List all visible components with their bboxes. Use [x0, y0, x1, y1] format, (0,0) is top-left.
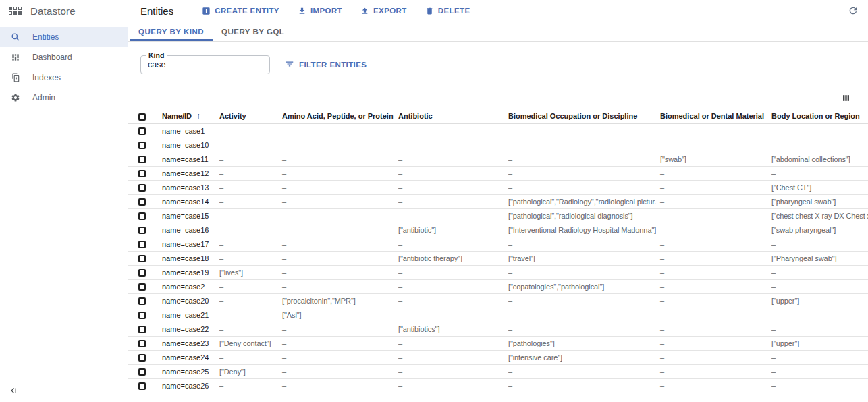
row-checkbox[interactable]: [138, 156, 146, 163]
sidebar-item-entities[interactable]: Entities: [0, 27, 128, 47]
entity-cell: –: [278, 180, 394, 194]
row-checkbox[interactable]: [138, 340, 146, 347]
entity-name[interactable]: name=case14: [158, 194, 215, 208]
row-checkbox[interactable]: [138, 255, 146, 262]
entity-cell: –: [767, 378, 868, 393]
entity-name[interactable]: name=case13: [158, 180, 215, 194]
refresh-button[interactable]: [848, 5, 859, 16]
column-header-biomedical-material[interactable]: Biomedical or Dental Material: [656, 109, 767, 123]
entity-cell: ["antibiotic therapy"]: [394, 251, 504, 265]
sidebar-item-indexes[interactable]: Indexes: [0, 67, 128, 88]
entity-cell: –: [278, 166, 394, 180]
entity-cell: –: [394, 180, 504, 194]
entity-cell: –: [767, 364, 868, 378]
entity-cell: –: [215, 180, 278, 194]
entity-cell: –: [278, 336, 394, 350]
entity-name[interactable]: name=case18: [158, 251, 215, 265]
entity-name[interactable]: name=case25: [158, 364, 215, 378]
table-row: name=case26––––––: [128, 378, 868, 393]
entity-name[interactable]: name=case26: [158, 378, 215, 393]
column-header-body-location[interactable]: Body Location or Region: [767, 109, 868, 123]
entity-name[interactable]: name=case11: [158, 152, 215, 166]
table-row: name=case25["Deny"]–––––: [128, 364, 868, 378]
column-header-name-id[interactable]: Name/ID↑: [158, 109, 215, 123]
entity-cell: –: [767, 123, 868, 138]
entity-name[interactable]: name=case22: [158, 322, 215, 336]
entity-name[interactable]: name=case23: [158, 336, 215, 350]
filter-icon: [285, 59, 294, 70]
row-checkbox[interactable]: [138, 241, 146, 248]
delete-button[interactable]: DELETE: [425, 7, 470, 16]
row-checkbox[interactable]: [138, 326, 146, 333]
entity-cell: –: [215, 322, 278, 336]
collapse-sidebar-button[interactable]: [8, 386, 19, 397]
row-checkbox[interactable]: [138, 184, 146, 192]
entity-cell: ["pathological","radiological diagnosis"…: [504, 208, 656, 223]
row-checkbox[interactable]: [138, 354, 146, 362]
filter-entities-button[interactable]: FILTER ENTITIES: [285, 59, 367, 70]
entity-cell: –: [656, 208, 767, 223]
row-checkbox[interactable]: [138, 297, 146, 305]
tab-query-by-kind[interactable]: QUERY BY KIND: [130, 22, 213, 41]
row-checkbox[interactable]: [138, 283, 146, 291]
entity-name[interactable]: name=case1: [158, 123, 215, 138]
entity-cell: –: [656, 265, 767, 279]
row-checkbox[interactable]: [138, 212, 146, 220]
table-row: name=case24–––["intensive care"]––: [128, 350, 868, 364]
entity-cell: –: [394, 152, 504, 166]
entity-name[interactable]: name=case2: [158, 279, 215, 293]
entity-cell: –: [504, 293, 656, 308]
entity-cell: –: [215, 293, 278, 308]
entity-cell: –: [278, 208, 394, 223]
row-checkbox[interactable]: [138, 368, 146, 376]
select-all-checkbox[interactable]: [138, 113, 146, 121]
entity-name[interactable]: name=case16: [158, 223, 215, 237]
column-header-antibiotic[interactable]: Antibiotic: [394, 109, 504, 123]
entity-cell: –: [656, 123, 767, 138]
entity-cell: –: [767, 322, 868, 336]
column-header-amino-acid[interactable]: Amino Acid, Peptide, or Protein: [278, 109, 394, 123]
entity-cell: –: [394, 378, 504, 393]
row-checkbox[interactable]: [138, 269, 146, 277]
entity-cell: ["procalcitonin","MPR"]: [278, 293, 394, 308]
row-checkbox[interactable]: [138, 127, 146, 135]
entity-cell: –: [767, 350, 868, 364]
column-header-activity[interactable]: Activity: [215, 109, 278, 123]
tab-query-by-gql[interactable]: QUERY BY GQL: [213, 22, 293, 41]
entity-cell: –: [656, 223, 767, 237]
entity-name[interactable]: name=case21: [158, 308, 215, 322]
row-checkbox[interactable]: [138, 170, 146, 177]
entity-name[interactable]: name=case10: [158, 138, 215, 152]
entity-cell: –: [278, 350, 394, 364]
refresh-icon: [848, 8, 859, 18]
entity-name[interactable]: name=case17: [158, 237, 215, 251]
entity-name[interactable]: name=case15: [158, 208, 215, 223]
entity-cell: ["chest chest X ray DX Chest x ray: [767, 208, 868, 223]
column-header-biomedical-occupation[interactable]: Biomedical Occupation or Discipline: [504, 109, 656, 123]
export-button[interactable]: EXPORT: [360, 7, 407, 16]
entity-name[interactable]: name=case12: [158, 166, 215, 180]
table-row: name=case1––––––: [128, 123, 868, 138]
entity-cell: –: [278, 152, 394, 166]
entity-cell: –: [394, 237, 504, 251]
row-checkbox[interactable]: [138, 142, 146, 149]
sidebar-item-admin[interactable]: Admin: [0, 88, 128, 108]
entity-name[interactable]: name=case20: [158, 293, 215, 308]
sidebar-item-dashboard[interactable]: Dashboard: [0, 47, 128, 67]
table-row: name=case14–––["pathological","Radiology…: [128, 194, 868, 208]
kind-field: Kind: [140, 55, 270, 74]
entity-cell: –: [278, 123, 394, 138]
create-entity-button[interactable]: CREATE ENTITY: [202, 7, 279, 16]
row-checkbox[interactable]: [138, 198, 146, 206]
entity-cell: –: [656, 364, 767, 378]
column-display-button[interactable]: [842, 94, 850, 103]
row-checkbox[interactable]: [138, 227, 146, 234]
entity-name[interactable]: name=case19: [158, 265, 215, 279]
entity-cell: –: [656, 180, 767, 194]
row-checkbox[interactable]: [138, 312, 146, 319]
row-checkbox[interactable]: [138, 382, 146, 390]
entity-name[interactable]: name=case24: [158, 350, 215, 364]
indexes-icon: [11, 73, 20, 82]
entity-cell: –: [656, 350, 767, 364]
import-button[interactable]: IMPORT: [298, 7, 342, 16]
